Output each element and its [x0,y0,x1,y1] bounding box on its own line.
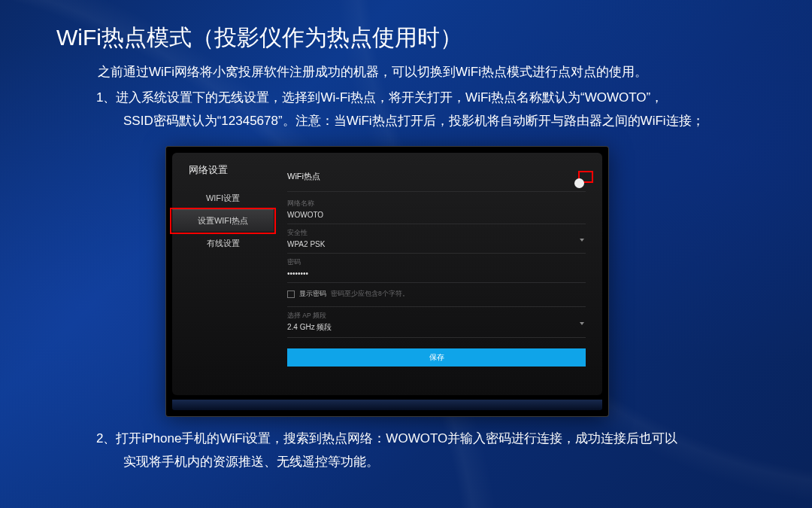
intro-text: 之前通过WiFi网络将小窝投屏软件注册成功的机器，可以切换到WiFi热点模式进行… [98,62,647,82]
password-value: •••••••• [287,269,308,278]
field-password[interactable]: 密码 •••••••• [287,254,586,283]
field-security[interactable]: 安全性 WPA2 PSK [287,224,586,254]
ap-band-label: 选择 AP 频段 [287,312,586,321]
security-label: 安全性 [287,229,586,238]
field-network-name[interactable]: 网络名称 WOWOTO [287,195,586,224]
step-1-line-1: 1、进入系统设置下的无线设置，选择到Wi-Fi热点，将开关打开，WiFi热点名称… [96,86,704,109]
show-password-checkbox[interactable] [287,291,295,298]
show-password-hint: 密码至少应包含8个字符。 [331,290,409,299]
step-2: 2、打开iPhone手机的WiFi设置，搜索到热点网络：WOWOTO并输入密码进… [96,427,677,474]
step-1-line-2: SSID密码默认为“12345678”。注意：当WiFi热点打开后，投影机将自动… [96,109,704,132]
step-1: 1、进入系统设置下的无线设置，选择到Wi-Fi热点，将开关打开，WiFi热点名称… [96,86,704,133]
settings-heading: 网络设置 [172,163,274,187]
hotspot-toggle-row: WiFi热点 [287,166,586,192]
settings-panel: 网络设置 WIFI设置 设置WIFI热点 有线设置 WiFi热点 网络名称 WO… [172,153,602,395]
password-label: 密码 [287,258,586,267]
sidebar-item-hotspot[interactable]: 设置WIFI热点 [172,209,274,233]
show-password-row: 显示密码 密码至少应包含8个字符。 [287,283,586,307]
settings-main: WiFi热点 网络名称 WOWOTO 安全性 WPA2 PSK 密码 •••••… [274,153,602,395]
field-ap-band[interactable]: 选择 AP 频段 2.4 GHz 频段 [287,307,586,338]
settings-screenshot: 网络设置 WIFI设置 设置WIFI热点 有线设置 WiFi热点 网络名称 WO… [166,147,608,416]
chevron-down-icon [580,322,584,325]
sidebar-item-wifi[interactable]: WIFI设置 [172,187,274,209]
hotspot-toggle-label: WiFi热点 [287,171,320,182]
sidebar-item-wired[interactable]: 有线设置 [172,233,274,254]
network-name-value: WOWOTO [287,211,323,219]
save-button[interactable]: 保存 [287,348,586,367]
step-2-line-1: 2、打开iPhone手机的WiFi设置，搜索到热点网络：WOWOTO并输入密码进… [96,427,677,450]
taskbar-strip [172,400,602,410]
ap-band-value: 2.4 GHz 频段 [287,323,332,331]
show-password-label: 显示密码 [299,289,326,299]
step-2-line-2: 实现将手机内的资源推送、无线遥控等功能。 [96,450,677,473]
page-title: WiFi热点模式（投影仪作为热点使用时） [56,23,462,53]
chevron-down-icon [580,239,584,242]
security-value: WPA2 PSK [287,240,325,248]
network-name-label: 网络名称 [287,199,586,208]
settings-sidebar: 网络设置 WIFI设置 设置WIFI热点 有线设置 [172,153,274,395]
